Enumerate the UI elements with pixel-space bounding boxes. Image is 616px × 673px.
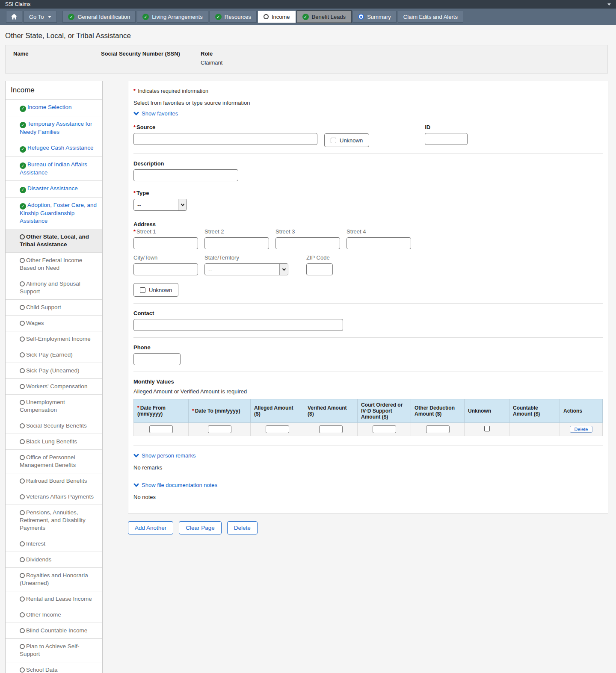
- name-label: Name: [13, 50, 101, 57]
- clear-page-button[interactable]: Clear Page: [179, 521, 222, 534]
- app-title-bar: SSI Claims: [0, 0, 616, 9]
- date-to-input[interactable]: [208, 425, 231, 433]
- sidebar-item-pensions-annuities-retirement-and-disability-payments[interactable]: Pensions, Annuities, Retirement, and Dis…: [6, 505, 102, 536]
- street4-input[interactable]: [346, 237, 411, 249]
- show-favorites-link[interactable]: Show favorites: [133, 110, 178, 117]
- sidebar-item-workers-compensation[interactable]: Workers' Compensation: [6, 378, 102, 394]
- sidebar-item-label: Disaster Assistance: [27, 185, 78, 192]
- sidebar-item-other-federal-income-based-on-need[interactable]: Other Federal Income Based on Need: [6, 252, 102, 276]
- sidebar-item-child-support[interactable]: Child Support: [6, 299, 102, 315]
- countable-amount-cell: [509, 423, 560, 436]
- role-label: Role: [201, 50, 222, 57]
- check-circle-icon: ✓: [20, 146, 26, 153]
- sidebar-item-temporary-assistance-for-needy-families[interactable]: ✓Temporary Assistance for Needy Families: [6, 116, 102, 140]
- show-person-remarks-link[interactable]: Show person remarks: [133, 452, 195, 459]
- street3-input[interactable]: [275, 237, 340, 249]
- sidebar-item-school-data[interactable]: School Data: [6, 662, 102, 673]
- street1-label: *Street 1: [133, 228, 198, 235]
- sidebar-item-disaster-assistance[interactable]: ✓Disaster Assistance: [6, 180, 102, 197]
- city-input[interactable]: [133, 263, 198, 275]
- row-delete-button[interactable]: Delete: [570, 426, 593, 433]
- sidebar-item-refugee-cash-assistance[interactable]: ✓Refugee Cash Assistance: [6, 140, 102, 156]
- court-ordered-amount-input[interactable]: [373, 425, 396, 433]
- tab-living-arrangements[interactable]: ✓Living Arrangements: [137, 11, 208, 23]
- sidebar-item-other-income[interactable]: Other Income: [6, 607, 102, 623]
- table-header-row: *Date From (mm/yyyy)*Date To (mm/yyyy)Al…: [134, 399, 603, 423]
- sidebar-item-wages[interactable]: Wages: [6, 315, 102, 331]
- sidebar-item-sick-pay-earned[interactable]: Sick Pay (Earned): [6, 347, 102, 363]
- sidebar-item-label: Dividends: [26, 556, 51, 563]
- tab-resources[interactable]: ✓Resources: [210, 11, 257, 23]
- sidebar-item-sick-pay-unearned[interactable]: Sick Pay (Unearned): [6, 363, 102, 378]
- street2-input[interactable]: [204, 237, 269, 249]
- sidebar-item-label: Blind Countable Income: [26, 627, 87, 634]
- add-another-button[interactable]: Add Another: [128, 521, 173, 534]
- sidebar-item-interest[interactable]: Interest: [6, 536, 102, 552]
- id-input[interactable]: [425, 133, 468, 145]
- circle-outline-icon: [20, 667, 25, 673]
- chevron-down-icon: [133, 111, 139, 116]
- other-deduction-amount-input[interactable]: [426, 425, 450, 433]
- sidebar-item-label: Temporary Assistance for Needy Families: [20, 121, 92, 136]
- column-header-date-from-mm-yyyy: *Date From (mm/yyyy): [134, 399, 189, 423]
- sidebar-item-other-state-local-and-tribal-assistance[interactable]: Other State, Local, and Tribal Assistanc…: [6, 229, 102, 252]
- verified-amount-input[interactable]: [319, 425, 343, 433]
- source-input[interactable]: [133, 133, 317, 145]
- tab-claim-edits-and-alerts[interactable]: Claim Edits and Alerts: [398, 11, 463, 23]
- show-file-notes-link[interactable]: Show file documentation notes: [133, 482, 217, 488]
- caret-down-icon: [48, 16, 51, 18]
- tab-general-identification[interactable]: ✓General Identification: [62, 11, 136, 23]
- tab-income[interactable]: Income: [258, 11, 296, 23]
- column-header-date-to-mm-yyyy: *Date To (mm/yyyy): [189, 399, 251, 423]
- nav-tabs: ✓General Identification✓Living Arrangeme…: [62, 11, 463, 23]
- sidebar-item-blind-countable-income[interactable]: Blind Countable Income: [6, 623, 102, 638]
- phone-input[interactable]: [133, 353, 181, 365]
- sidebar-item-office-of-personnel-management-benefits[interactable]: Office of Personnel Management Benefits: [6, 449, 102, 473]
- sidebar-item-plan-to-achieve-self-support[interactable]: Plan to Achieve Self-Support: [6, 638, 102, 662]
- type-select[interactable]: --: [133, 199, 187, 211]
- required-marker: *: [137, 405, 139, 411]
- tab-label: Living Arrangements: [152, 14, 203, 20]
- sidebar-item-income-selection[interactable]: ✓Income Selection: [6, 99, 102, 116]
- sidebar-item-alimony-and-spousal-support[interactable]: Alimony and Spousal Support: [6, 276, 102, 299]
- alleged-amount-input[interactable]: [266, 425, 289, 433]
- sidebar-item-railroad-board-benefits[interactable]: Railroad Board Benefits: [6, 473, 102, 489]
- sidebar-item-bureau-of-indian-affairs-assistance[interactable]: ✓Bureau of Indian Affairs Assistance: [6, 156, 102, 181]
- sidebar-item-social-security-benefits[interactable]: Social Security Benefits: [6, 418, 102, 434]
- contact-label: Contact: [133, 310, 603, 316]
- go-to-menu-button[interactable]: Go To: [24, 11, 57, 23]
- sidebar-item-adoption-foster-care-and-kinship-guardianship-assistance[interactable]: ✓Adoption, Foster Care, and Kinship Guar…: [6, 197, 102, 229]
- sidebar-item-dividends[interactable]: Dividends: [6, 552, 102, 567]
- column-header-verified-amount: Verified Amount ($): [304, 399, 358, 423]
- circle-outline-icon: [20, 612, 25, 617]
- tab-label: Summary: [367, 14, 391, 20]
- sidebar-item-royalties-and-honoraria-unearned[interactable]: Royalties and Honoraria (Unearned): [6, 567, 102, 591]
- circle-outline-icon: [20, 494, 25, 499]
- source-unknown-toggle[interactable]: Unknown: [324, 133, 369, 147]
- tab-benefit-leads[interactable]: ✓Benefit Leads: [297, 11, 352, 23]
- caret-down-icon[interactable]: [607, 3, 611, 6]
- sidebar-item-unemployment-compensation[interactable]: Unemployment Compensation: [6, 394, 102, 418]
- home-button[interactable]: [6, 11, 22, 23]
- sidebar-item-black-lung-benefits[interactable]: Black Lung Benefits: [6, 434, 102, 449]
- state-select[interactable]: --: [204, 263, 288, 275]
- circle-outline-icon: [20, 336, 25, 342]
- description-input[interactable]: [133, 169, 238, 181]
- check-circle-icon: ✓: [215, 14, 222, 20]
- state-select-value: --: [208, 266, 212, 273]
- target-circle-icon: [358, 14, 364, 20]
- state-label: State/Territory: [204, 254, 288, 261]
- street1-input[interactable]: [133, 237, 198, 249]
- sidebar-item-veterans-affairs-payments[interactable]: Veterans Affairs Payments: [6, 489, 102, 505]
- contact-input[interactable]: [133, 319, 343, 331]
- delete-button[interactable]: Delete: [227, 521, 258, 534]
- sidebar-item-self-employment-income[interactable]: Self-Employment Income: [6, 331, 102, 347]
- check-circle-icon: ✓: [20, 122, 26, 128]
- sidebar-item-label: Office of Personnel Management Benefits: [20, 454, 76, 468]
- unknown-checkbox[interactable]: [484, 426, 490, 431]
- tab-summary[interactable]: Summary: [352, 11, 397, 23]
- sidebar-item-rental-and-lease-income[interactable]: Rental and Lease Income: [6, 591, 102, 607]
- date-from-input[interactable]: [149, 425, 173, 433]
- zip-input[interactable]: [306, 263, 333, 275]
- address-unknown-toggle[interactable]: Unknown: [133, 283, 178, 297]
